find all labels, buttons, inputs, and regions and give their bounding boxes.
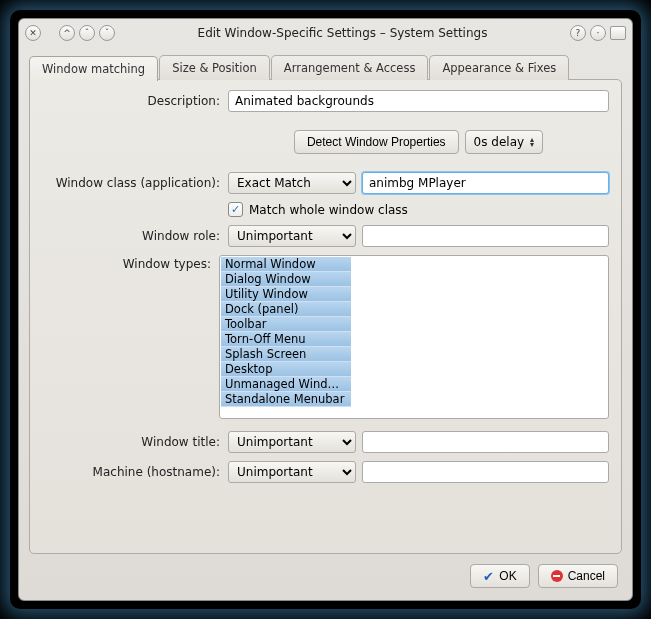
tab-arrangement-access[interactable]: Arrangement & Access: [271, 55, 429, 80]
window-title: Edit Window-Specific Settings – System S…: [119, 26, 566, 40]
list-item[interactable]: Dock (panel): [221, 302, 351, 317]
cancel-button[interactable]: Cancel: [538, 564, 618, 588]
list-item[interactable]: Normal Window: [221, 257, 351, 272]
role-value-input[interactable]: [362, 225, 609, 247]
list-item[interactable]: Dialog Window: [221, 272, 351, 287]
label-window-class: Window class (application):: [42, 176, 228, 190]
window-types-listbox[interactable]: Normal Window Dialog Window Utility Wind…: [219, 255, 609, 419]
list-item[interactable]: Unmanaged Wind…: [221, 377, 351, 392]
list-item[interactable]: Desktop: [221, 362, 351, 377]
close-icon[interactable]: ✕: [25, 25, 41, 41]
match-whole-class-checkbox[interactable]: ✓: [228, 202, 243, 217]
label-window-role: Window role:: [42, 229, 228, 243]
class-value-input[interactable]: [362, 172, 609, 194]
match-whole-class-label: Match whole window class: [249, 203, 408, 217]
machine-select[interactable]: Unimportant: [228, 461, 356, 483]
description-input[interactable]: [228, 90, 609, 112]
list-item[interactable]: Splash Screen: [221, 347, 351, 362]
help-icon[interactable]: ?: [570, 25, 586, 41]
label-window-types: Window types:: [42, 255, 219, 271]
tab-appearance-fixes[interactable]: Appearance & Fixes: [429, 55, 569, 80]
tab-size-position[interactable]: Size & Position: [159, 55, 270, 80]
dialog-window: ✕ ^ ˆ ˇ Edit Window-Specific Settings – …: [18, 18, 633, 601]
label-description: Description:: [42, 94, 228, 108]
label-machine: Machine (hostname):: [42, 465, 228, 479]
ok-button[interactable]: ✔ OK: [470, 564, 529, 588]
list-item[interactable]: Torn-Off Menu: [221, 332, 351, 347]
list-item[interactable]: Toolbar: [221, 317, 351, 332]
tab-window-matching[interactable]: Window matching: [29, 56, 158, 81]
title-select[interactable]: Unimportant: [228, 431, 356, 453]
minimize-icon[interactable]: ·: [590, 25, 606, 41]
keepbelow-icon[interactable]: ˇ: [99, 25, 115, 41]
tab-bar: Window matching Size & Position Arrangem…: [29, 55, 622, 80]
label-window-title: Window title:: [42, 435, 228, 449]
menu-icon[interactable]: ^: [59, 25, 75, 41]
titlebar: ✕ ^ ˆ ˇ Edit Window-Specific Settings – …: [19, 19, 632, 47]
keepabove-icon[interactable]: ˆ: [79, 25, 95, 41]
tab-panel: Description: Detect Window Properties 0s…: [29, 79, 622, 554]
list-item[interactable]: Utility Window: [221, 287, 351, 302]
dialog-buttons: ✔ OK Cancel: [29, 554, 622, 590]
cancel-icon: [551, 570, 563, 582]
list-item[interactable]: Standalone Menubar: [221, 392, 351, 407]
machine-value-input[interactable]: [362, 461, 609, 483]
delay-spinner[interactable]: 0s delay ▴▾: [465, 130, 544, 154]
role-select[interactable]: Unimportant: [228, 225, 356, 247]
maximize-icon[interactable]: [610, 26, 626, 40]
detect-window-properties-button[interactable]: Detect Window Properties: [294, 130, 459, 154]
check-icon: ✔: [483, 569, 494, 584]
class-match-select[interactable]: Exact Match: [228, 172, 356, 194]
title-value-input[interactable]: [362, 431, 609, 453]
